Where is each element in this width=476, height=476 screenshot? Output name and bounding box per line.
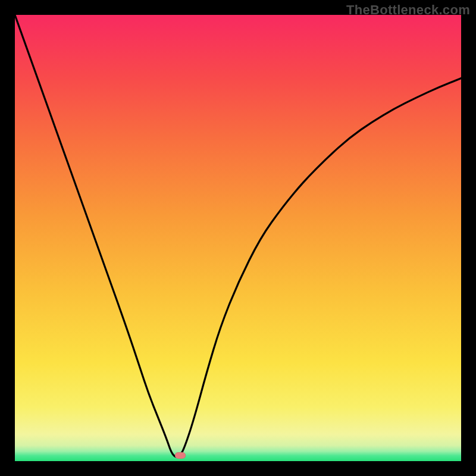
plot-area <box>15 15 461 461</box>
bottleneck-curve <box>15 15 461 461</box>
chart-frame: TheBottleneck.com <box>0 0 476 476</box>
